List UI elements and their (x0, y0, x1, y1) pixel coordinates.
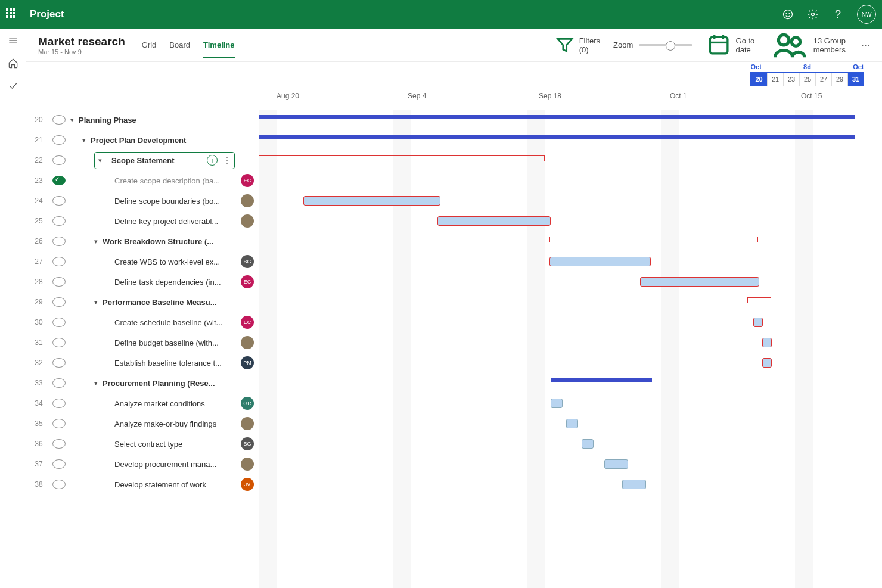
status-circle[interactable] (52, 318, 66, 327)
gantt-chart[interactable] (259, 110, 882, 588)
status-circle[interactable] (52, 135, 66, 145)
chevron-down-icon[interactable]: ▾ (98, 157, 107, 164)
gantt-bar[interactable] (640, 277, 759, 287)
status-circle[interactable] (52, 277, 66, 287)
task-row[interactable]: 25Define key project deliverabl... (26, 211, 259, 231)
gantt-bar[interactable] (747, 297, 771, 303)
status-circle[interactable] (52, 378, 66, 388)
check-icon[interactable] (7, 80, 19, 92)
task-name[interactable]: Analyze make-or-buy findings (114, 419, 241, 428)
gantt-bar[interactable] (753, 318, 763, 327)
task-name[interactable]: Planning Phase (79, 116, 259, 125)
gantt-bar[interactable] (549, 237, 758, 242)
task-name[interactable]: Define scope boundaries (bo... (114, 197, 241, 206)
assignee-avatar[interactable]: BG (241, 255, 254, 268)
status-circle[interactable] (52, 176, 66, 185)
go-to-date-button[interactable]: Go to date (706, 32, 755, 58)
gantt-bar[interactable] (303, 196, 440, 206)
zoom-slider[interactable] (639, 44, 692, 46)
gantt-bar[interactable] (551, 378, 652, 382)
gantt-bar[interactable] (259, 115, 855, 119)
task-name[interactable]: Develop statement of work (114, 480, 241, 489)
assignee-avatar[interactable]: JV (241, 478, 254, 491)
task-row[interactable]: 24Define scope boundaries (bo... (26, 191, 259, 211)
task-name[interactable]: Scope Statement (111, 156, 202, 165)
gantt-bar[interactable] (551, 399, 563, 408)
help-icon[interactable]: ? (832, 8, 844, 20)
status-circle[interactable] (52, 338, 66, 347)
task-row[interactable]: 23Create scope description (ba...EC (26, 170, 259, 191)
task-row[interactable]: 37Develop procurement mana... (26, 454, 259, 474)
app-launcher-icon[interactable] (6, 8, 18, 20)
nav-day[interactable]: 21 (767, 73, 783, 86)
assignee-avatar[interactable]: PM (241, 356, 254, 369)
tab-board[interactable]: Board (169, 32, 190, 58)
task-name[interactable]: Create WBS to work-level ex... (114, 257, 241, 266)
task-name[interactable]: Establish baseline tolerance t... (114, 359, 241, 368)
task-row[interactable]: 30Create schedule baseline (wit...EC (26, 312, 259, 332)
home-icon[interactable] (7, 57, 19, 69)
task-name[interactable]: Analyze market conditions (114, 399, 241, 408)
status-circle[interactable] (52, 257, 66, 266)
gantt-bar[interactable] (582, 439, 594, 449)
assignee-avatar[interactable] (241, 214, 254, 228)
nav-day[interactable]: 31 (847, 73, 864, 86)
status-circle[interactable] (52, 155, 66, 165)
task-name[interactable]: Create scope description (ba... (114, 176, 241, 185)
status-circle[interactable] (52, 439, 66, 449)
task-name[interactable]: Create schedule baseline (wit... (114, 318, 241, 327)
assignee-avatar[interactable]: BG (241, 437, 254, 450)
members-button[interactable]: 13 Group members (768, 24, 848, 66)
gantt-bar[interactable] (259, 135, 855, 139)
task-name[interactable]: Select contract type (114, 440, 241, 449)
task-name[interactable]: Project Plan Development (91, 136, 259, 145)
emoji-icon[interactable] (782, 8, 794, 20)
status-circle[interactable] (52, 480, 66, 489)
status-circle[interactable] (52, 358, 66, 368)
status-circle[interactable] (52, 419, 66, 428)
assignee-avatar[interactable] (241, 194, 254, 207)
status-circle[interactable] (52, 196, 66, 206)
task-row[interactable]: 22 ▾ Scope Statement i ⋮ (26, 150, 259, 170)
more-icon[interactable]: ⋮ (222, 155, 231, 166)
task-name[interactable]: Procurement Planning (Rese... (103, 379, 259, 388)
status-circle[interactable] (52, 115, 66, 125)
gantt-bar[interactable] (762, 358, 772, 368)
task-name[interactable]: Define task dependencies (in... (114, 278, 241, 287)
task-row[interactable]: 29▾Performance Baseline Measu... (26, 292, 259, 312)
task-row[interactable]: 27Create WBS to work-level ex...BG (26, 251, 259, 272)
chevron-down-icon[interactable]: ▾ (94, 298, 103, 306)
user-avatar[interactable]: NW (857, 5, 876, 24)
task-row[interactable]: 28Define task dependencies (in...EC (26, 272, 259, 292)
assignee-avatar[interactable]: EC (241, 316, 254, 329)
tab-timeline[interactable]: Timeline (203, 32, 235, 58)
gantt-bar[interactable] (604, 459, 628, 469)
status-circle[interactable] (52, 237, 66, 246)
task-row[interactable]: 20▾Planning Phase (26, 110, 259, 130)
task-row[interactable]: 34Analyze market conditionsGR (26, 393, 259, 413)
settings-icon[interactable] (807, 8, 819, 20)
nav-day[interactable]: 25 (799, 73, 815, 86)
nav-day[interactable]: 20 (751, 73, 767, 86)
chevron-down-icon[interactable]: ▾ (70, 116, 79, 124)
chevron-down-icon[interactable]: ▾ (94, 238, 103, 245)
assignee-avatar[interactable] (241, 458, 254, 471)
task-row[interactable]: 36Select contract typeBG (26, 434, 259, 454)
task-row[interactable]: 35Analyze make-or-buy findings (26, 413, 259, 434)
gantt-bar[interactable] (622, 480, 646, 489)
status-circle[interactable] (52, 297, 66, 307)
task-name[interactable]: Develop procurement mana... (114, 460, 241, 469)
nav-day[interactable]: 23 (783, 73, 799, 86)
menu-icon[interactable] (7, 35, 19, 46)
task-name[interactable]: Define budget baseline (with... (114, 338, 241, 347)
status-circle[interactable] (52, 399, 66, 408)
gantt-bar[interactable] (259, 155, 545, 161)
gantt-bar[interactable] (437, 216, 551, 226)
task-row[interactable]: 32Establish baseline tolerance t...PM (26, 353, 259, 373)
chevron-down-icon[interactable]: ▾ (82, 136, 91, 144)
gantt-bar[interactable] (549, 257, 651, 266)
gantt-bar[interactable] (762, 338, 772, 347)
assignee-avatar[interactable]: EC (241, 174, 254, 187)
task-row[interactable]: 21▾Project Plan Development (26, 130, 259, 150)
gantt-bar[interactable] (566, 419, 578, 428)
